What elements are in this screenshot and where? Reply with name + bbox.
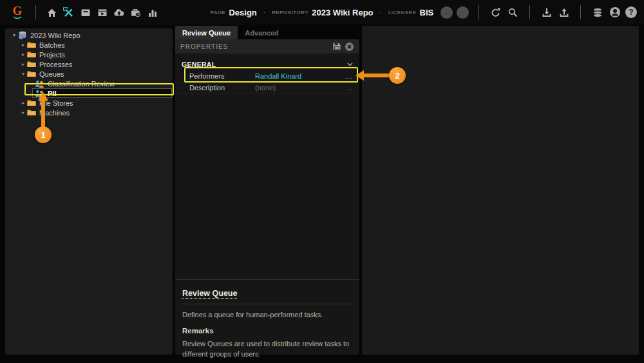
folder-icon <box>27 70 36 77</box>
tree-item-queues[interactable]: ▾ Queues <box>5 69 173 79</box>
ellipsis-button[interactable]: ... <box>345 84 359 92</box>
expander-collapsed-icon[interactable]: ▸ <box>19 42 27 48</box>
batch-process-icon[interactable] <box>95 6 109 19</box>
database-icon[interactable] <box>591 6 604 19</box>
forward-icon[interactable]: → <box>457 6 469 19</box>
page-value: Design <box>229 8 256 17</box>
tree-item-processes[interactable]: ▸ Processes <box>5 59 173 69</box>
help-title-link[interactable]: Review Queue <box>182 289 237 298</box>
repository-label: REPOSITORY <box>272 10 308 15</box>
folder-icon <box>27 41 36 48</box>
top-toolbar: G <box>0 0 644 25</box>
help-divider <box>182 304 352 304</box>
expander-expanded-icon[interactable]: ▾ <box>10 32 18 38</box>
batches-box-icon[interactable] <box>79 6 92 19</box>
toolbar-divider <box>478 5 479 19</box>
help-icon[interactable]: ? <box>625 6 637 18</box>
breadcrumb-separator: · <box>263 9 265 16</box>
property-label: Description <box>175 84 246 92</box>
type-help-box: Review Queue Defines a queue for human-p… <box>175 279 359 355</box>
expander-collapsed-icon[interactable]: ▸ <box>19 61 27 67</box>
callout-arrow-2-shaft <box>364 74 390 77</box>
stats-icon[interactable] <box>146 6 159 19</box>
download-icon[interactable] <box>540 6 553 19</box>
callout-arrow-2-head-icon <box>355 70 364 81</box>
close-icon[interactable] <box>345 42 354 52</box>
tree-item-projects[interactable]: ▸ Projects <box>5 50 173 59</box>
expander-collapsed-icon[interactable]: ▸ <box>19 110 27 115</box>
logo-roots-icon <box>13 16 22 19</box>
general-section-title: GENERAL <box>182 61 347 68</box>
expander-collapsed-icon[interactable]: ▸ <box>19 100 27 106</box>
panel-tabs: Review Queue Advanced <box>175 26 359 39</box>
user-account-icon[interactable] <box>608 6 621 19</box>
property-row-description[interactable]: Description (none) ... <box>175 83 359 93</box>
callout-step-1: 1 <box>35 126 52 143</box>
expander-collapsed-icon[interactable]: ▸ <box>19 52 27 57</box>
callout-arrow-1-head-icon <box>38 92 48 101</box>
tree-item-machines[interactable]: ▸ Machines <box>5 108 173 117</box>
review-queue-people-icon <box>35 80 44 88</box>
tree-item-label: Processes <box>39 61 72 68</box>
repository-value: 2023 Wiki Repo <box>312 8 373 17</box>
grooper-logo[interactable]: G <box>8 6 26 19</box>
tree-item-repo-root[interactable]: ▾ 2023 Wiki Repo <box>5 30 173 40</box>
node-tree-panel: ▾ 2023 Wiki Repo ▸ Batches ▸ Projects ▸ … <box>5 28 173 355</box>
tab-review-queue[interactable]: Review Queue <box>175 26 238 39</box>
page-label: PAGE <box>211 10 226 15</box>
tree-item-pii[interactable]: PII <box>32 88 172 98</box>
home-icon[interactable] <box>45 6 59 19</box>
folder-icon <box>27 109 36 116</box>
callout-arrow-1-shaft <box>41 100 45 128</box>
toolbar-divider <box>35 5 36 19</box>
properties-body: PROPERTIES GENERAL Performers Randall Ki… <box>175 39 359 355</box>
property-label: Performers <box>175 72 246 80</box>
design-tools-icon[interactable] <box>62 6 75 19</box>
folder-icon <box>27 61 36 68</box>
tab-advanced[interactable]: Advanced <box>238 26 286 39</box>
tree-item-classification-review[interactable]: Classification Review <box>5 79 173 88</box>
performers-value[interactable]: Randall Kinard <box>246 72 345 80</box>
back-icon[interactable]: ← <box>440 6 453 19</box>
tasks-bag-icon[interactable] <box>129 6 142 19</box>
help-remarks-text: Review Queues are used to distribute rev… <box>182 339 352 359</box>
folder-icon <box>27 99 36 106</box>
toolbar-right-group: ← → ? <box>440 5 644 19</box>
refresh-icon[interactable] <box>489 6 502 19</box>
properties-header: PROPERTIES <box>175 39 359 54</box>
tree-item-label: 2023 Wiki Repo <box>30 32 80 39</box>
toolbar-left-group: G <box>0 5 159 19</box>
tree-item-label: Classification Review <box>48 80 115 88</box>
description-value[interactable]: (none) <box>246 84 345 92</box>
tree-item-label: PII <box>48 90 56 97</box>
licensee-value: BIS <box>420 8 434 17</box>
breadcrumb-separator: · <box>380 9 382 16</box>
tree-item-label: Queues <box>39 70 64 78</box>
tree-item-label: Batches <box>39 41 65 49</box>
licensee-label: LICENSEE <box>388 10 417 15</box>
properties-actions <box>332 42 354 52</box>
callout-step-2: 2 <box>389 67 406 84</box>
toolbar-divider <box>529 5 530 19</box>
help-remarks-label: Remarks <box>182 327 352 335</box>
properties-panel: Review Queue Advanced PROPERTIES GENERAL… <box>175 26 359 355</box>
expander-expanded-icon[interactable]: ▾ <box>19 71 27 77</box>
tree-item-file-stores[interactable]: ▸ File Stores <box>5 98 173 108</box>
repository-node-icon <box>18 31 27 40</box>
search-icon[interactable] <box>506 6 520 19</box>
logo-letter: G <box>13 6 23 16</box>
upload-icon[interactable] <box>557 6 571 19</box>
folder-icon <box>27 51 36 58</box>
tree-item-label: Projects <box>39 51 65 59</box>
toolbar-divider <box>580 5 581 19</box>
tree-item-batches[interactable]: ▸ Batches <box>5 40 173 50</box>
save-icon[interactable] <box>332 42 341 51</box>
general-section-header[interactable]: GENERAL <box>175 59 359 70</box>
chevron-down-icon[interactable] <box>347 63 353 66</box>
help-summary: Defines a queue for human-performed task… <box>182 310 352 320</box>
property-row-performers[interactable]: Performers Randall Kinard ... <box>175 70 359 83</box>
properties-title: PROPERTIES <box>180 43 228 50</box>
cloud-import-icon[interactable] <box>112 6 126 19</box>
